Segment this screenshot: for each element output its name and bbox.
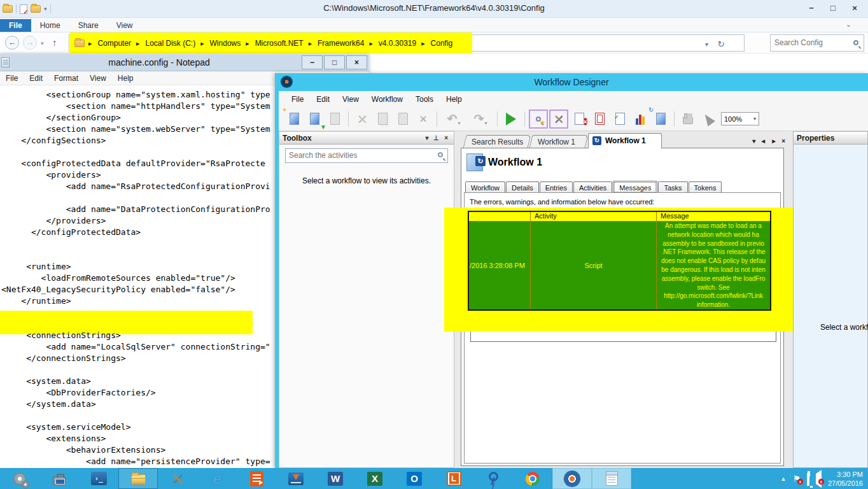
delete-button[interactable]: × xyxy=(414,110,433,129)
breadcrumb-item[interactable]: v4.0.30319 xyxy=(367,38,419,49)
search-icon[interactable] xyxy=(438,152,443,157)
breadcrumb-item[interactable]: Computer xyxy=(86,38,134,49)
undo-dropdown-icon[interactable]: ▾ xyxy=(458,120,460,129)
folder-icon[interactable] xyxy=(3,5,13,13)
taskbar-task-sequence-icon[interactable] xyxy=(237,468,276,489)
back-button[interactable]: ← xyxy=(5,36,19,50)
menu-item[interactable]: View xyxy=(336,92,365,106)
menu-item[interactable]: File xyxy=(0,72,24,85)
menu-item[interactable]: Help xyxy=(112,72,139,85)
taskbar-word-icon[interactable]: W xyxy=(316,468,355,489)
show-hidden-icons-chevron[interactable]: ▲ xyxy=(780,476,786,482)
tab-search-results[interactable]: Search Results xyxy=(463,135,531,148)
maximize-button[interactable]: □ xyxy=(823,2,843,15)
error-list-button[interactable]: × xyxy=(570,110,589,129)
taskbar-services-gears-icon[interactable] xyxy=(0,468,39,489)
close-tab-icon[interactable]: × xyxy=(781,138,785,145)
search-input[interactable] xyxy=(771,35,846,50)
menu-item[interactable]: View xyxy=(84,72,112,85)
layout-properties-button[interactable] xyxy=(590,110,609,129)
taskbar-outlook-icon[interactable]: O xyxy=(395,468,434,489)
taskbar-server-manager-icon[interactable] xyxy=(39,468,79,489)
taskbar-linqpad-icon[interactable]: L xyxy=(434,468,473,489)
redo-dropdown-icon[interactable]: ▾ xyxy=(484,120,487,129)
sub-tab[interactable]: Tasks xyxy=(658,181,687,193)
toolbox-search-input[interactable] xyxy=(286,150,429,162)
menu-item[interactable]: Edit xyxy=(310,92,336,106)
undo-button[interactable]: ↶▾ xyxy=(441,110,466,129)
taskbar-internet-explorer-icon[interactable]: e xyxy=(197,468,237,489)
scroll-tabs-right-icon[interactable]: ► xyxy=(771,138,777,145)
paste-button[interactable] xyxy=(393,110,412,129)
taskbar-file-explorer-icon[interactable] xyxy=(118,468,158,489)
open-workflow-button[interactable]: ▼ xyxy=(305,110,324,129)
header-activity[interactable]: Activity xyxy=(531,212,657,221)
forward-button[interactable]: → xyxy=(23,36,37,50)
toolbox-pin-icon[interactable]: ⊤ xyxy=(431,134,442,141)
address-field[interactable]: ComputerLocal Disk (C:)WindowsMicrosoft.… xyxy=(69,34,745,52)
toolbox-header[interactable]: Toolbox ▾ ⊤ × xyxy=(279,132,454,145)
ribbon-tab[interactable]: View xyxy=(108,19,142,32)
customize-qat-dropdown-icon[interactable]: ▾ xyxy=(44,6,47,12)
zoom-select[interactable]: 100%▾ xyxy=(721,112,759,125)
taskbar-excel-icon[interactable]: X xyxy=(355,468,395,489)
new-folder-icon[interactable] xyxy=(31,5,41,13)
messages-table[interactable]: Activity Message /2016 3:28:08 PM Script… xyxy=(468,211,771,311)
sub-tab[interactable]: Workflow xyxy=(465,181,505,193)
sub-tab[interactable]: Activities xyxy=(573,181,612,193)
breadcrumb-item[interactable]: Local Disk (C:) xyxy=(134,38,198,49)
properties-icon[interactable]: ✓ xyxy=(20,4,27,14)
options-tools-button[interactable] xyxy=(549,110,568,129)
header-message[interactable]: Message xyxy=(657,212,770,221)
taskbar-download-manager-icon[interactable] xyxy=(276,468,316,489)
redo-button[interactable]: ↷▾ xyxy=(468,110,493,129)
taskbar-credential-keys-icon[interactable] xyxy=(473,468,513,489)
taskbar-powershell-icon[interactable]: ›_ xyxy=(79,468,118,489)
ribbon-tab[interactable]: File xyxy=(0,19,31,32)
message-row[interactable]: /2016 3:28:08 PM Script An attempt was m… xyxy=(469,222,770,309)
properties-header[interactable]: Properties xyxy=(794,132,867,145)
refresh-icon[interactable]: ↻ xyxy=(717,39,725,49)
ribbon-collapse-chevron-icon[interactable]: ⌄ xyxy=(846,20,851,29)
maximize-button[interactable]: □ xyxy=(324,55,345,69)
sub-tab[interactable]: Messages xyxy=(613,181,657,194)
search-icon[interactable] xyxy=(853,40,858,45)
notepad-titlebar[interactable]: machine.config - Notepad − □ × xyxy=(0,54,369,71)
breadcrumb-item[interactable]: Windows xyxy=(198,38,243,49)
toolbox-dropdown-icon[interactable]: ▾ xyxy=(423,134,431,141)
breadcrumb-item[interactable]: Framework64 xyxy=(306,38,367,49)
recent-locations-dropdown-icon[interactable]: ▾ xyxy=(41,40,44,46)
find-activities-button[interactable]: ★ xyxy=(529,110,548,129)
menu-item[interactable]: Tools xyxy=(409,92,440,106)
minimize-button[interactable]: − xyxy=(802,2,821,15)
statistics-chart-button[interactable] xyxy=(631,110,650,129)
select-button[interactable] xyxy=(699,110,718,129)
pan-button[interactable] xyxy=(678,110,697,129)
address-dropdown-icon[interactable]: ▾ xyxy=(705,41,708,48)
workflow-info-button[interactable]: ↻ xyxy=(651,110,670,129)
close-button[interactable]: × xyxy=(346,55,367,69)
menu-item[interactable]: Help xyxy=(440,92,468,106)
taskbar-notepad-icon[interactable] xyxy=(592,468,631,489)
menu-item[interactable]: File xyxy=(285,92,310,106)
sub-tab[interactable]: Entries xyxy=(540,181,573,193)
cut-button[interactable] xyxy=(353,110,372,129)
toolbox-close-icon[interactable]: × xyxy=(442,134,451,141)
action-center-flag-icon[interactable]: ⚑x xyxy=(792,474,801,483)
taskbar-chrome-icon[interactable] xyxy=(513,468,552,489)
sub-tab[interactable]: Tokens xyxy=(689,181,722,193)
task-list-button[interactable]: ✓ xyxy=(610,110,629,129)
menu-item[interactable]: Workflow xyxy=(365,92,409,106)
header-timestamp[interactable] xyxy=(469,212,531,221)
taskbar-admin-tools-icon[interactable] xyxy=(158,468,197,489)
scroll-tabs-left-icon[interactable]: ◄ xyxy=(760,138,766,145)
new-workflow-button[interactable]: ✦ xyxy=(284,110,304,129)
workflow-titlebar[interactable]: Workflow Designer xyxy=(275,73,868,91)
breadcrumb-item[interactable]: Microsoft.NET xyxy=(243,38,305,49)
taskbar-workflow-designer-icon[interactable] xyxy=(552,468,592,489)
tab-workflow-1-active[interactable]: ↻ Workflow 1 xyxy=(588,133,662,148)
close-button[interactable]: × xyxy=(845,2,864,15)
minimize-button[interactable]: − xyxy=(302,55,323,69)
up-button[interactable]: ↑ xyxy=(52,37,57,48)
sub-tab[interactable]: Details xyxy=(506,181,539,193)
